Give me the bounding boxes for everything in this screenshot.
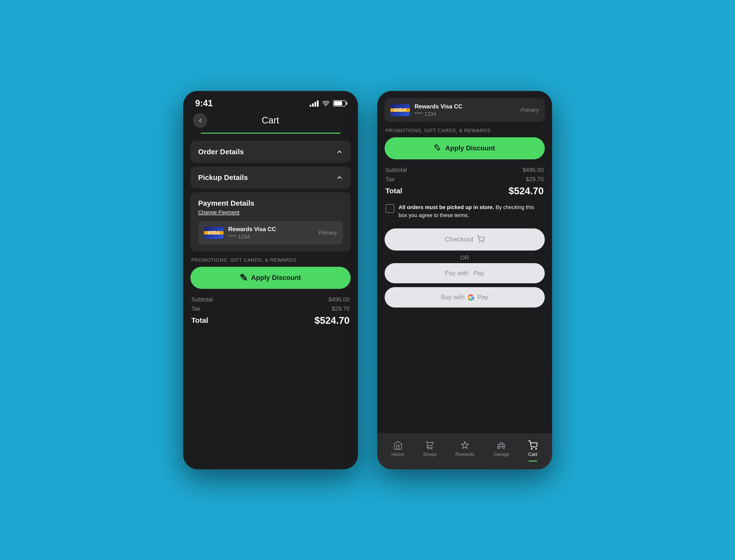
checkout-button[interactable]: Checkout xyxy=(385,228,545,251)
payment-section: Payment Details Change Payment VISA Rewa… xyxy=(190,192,350,252)
right-visa-logo: VISA xyxy=(391,104,410,116)
apply-discount-text-left: Apply Discount xyxy=(251,274,301,282)
nav-item-cart[interactable]: Cart xyxy=(523,438,543,460)
google-pay-prefix: Buy with xyxy=(441,293,465,301)
shops-icon xyxy=(425,440,435,450)
totals-section-right: Subtotal $495.00 Tax $29.70 Total $524.7… xyxy=(385,167,545,196)
home-icon xyxy=(393,440,403,450)
nav-shops-label: Shops xyxy=(423,452,437,457)
right-card-primary: Primary xyxy=(521,107,539,113)
nav-rewards-label: Rewards xyxy=(456,452,475,457)
nav-item-shops[interactable]: Shops xyxy=(418,438,442,460)
google-pay-suffix: Pay xyxy=(477,293,488,301)
change-payment-link[interactable]: Change Payment xyxy=(198,209,239,216)
svg-point-3 xyxy=(479,242,480,242)
battery-icon-left xyxy=(333,100,346,106)
apple-pay-button[interactable]: Pay with Pay xyxy=(385,263,545,283)
card-item: VISA Rewards Visa CC **** 1234 Primary xyxy=(198,221,343,245)
right-top-section: VISA Rewards Visa CC **** 1234 Primary P… xyxy=(377,91,552,308)
google-pay-button[interactable]: Buy with Pay xyxy=(385,287,545,308)
visa-text: VISA xyxy=(207,230,220,236)
svg-point-0 xyxy=(325,105,326,106)
visa-logo: VISA xyxy=(204,227,223,239)
order-details-chevron xyxy=(336,148,343,155)
status-bar-left: 9:41 xyxy=(183,91,358,111)
nav-garage-label: Garage xyxy=(493,452,509,457)
svg-point-4 xyxy=(483,242,484,242)
card-name: Rewards Visa CC xyxy=(228,226,314,233)
order-details-title: Order Details xyxy=(198,148,244,156)
pickup-details-title: Pickup Details xyxy=(198,173,248,182)
apple-pay-suffix: Pay xyxy=(474,269,484,277)
page-title-left: Cart xyxy=(207,115,333,126)
terms-text: All orders must be picked up in store. B… xyxy=(399,203,544,219)
google-g-icon xyxy=(467,293,475,301)
nav-item-home[interactable]: Home xyxy=(387,438,409,460)
apply-discount-button-right[interactable]: Apply Discount xyxy=(385,137,545,159)
svg-point-8 xyxy=(536,448,537,449)
subtotal-value-right: $495.00 xyxy=(523,167,544,173)
discount-icon-right xyxy=(434,144,442,153)
checkout-cart-icon xyxy=(477,235,485,244)
tax-value-left: $29.70 xyxy=(332,305,349,312)
grand-total-row-right: Total $524.70 xyxy=(386,186,544,196)
discount-icon-left xyxy=(240,274,248,282)
tax-value-right: $29.70 xyxy=(526,176,544,183)
status-icons-left xyxy=(309,100,346,107)
or-divider: OR xyxy=(385,254,545,261)
right-card-info: Rewards Visa CC **** 1234 xyxy=(415,103,516,117)
nav-cart-label: Cart xyxy=(528,452,538,457)
pickup-details-chevron xyxy=(336,174,343,181)
pickup-details-header[interactable]: Pickup Details xyxy=(190,167,350,188)
terms-checkbox[interactable] xyxy=(386,204,394,213)
card-info: Rewards Visa CC **** 1234 xyxy=(228,226,314,240)
phone-left: 9:41 Cart xyxy=(183,91,358,469)
promotions-label-left: PROMOTIONS, GIFT CARDS, & REWARDS xyxy=(190,257,350,263)
header-underline-left xyxy=(201,133,340,134)
wifi-icon-left xyxy=(322,100,330,106)
bottom-nav: Home Shops Rewards xyxy=(377,433,552,469)
subtotal-row-right: Subtotal $495.00 xyxy=(386,167,544,173)
grand-total-value-right: $524.70 xyxy=(509,186,544,196)
nav-item-garage[interactable]: Garage xyxy=(488,438,514,460)
nav-cart-active-indicator xyxy=(529,461,537,462)
subtotal-row-left: Subtotal $495.00 xyxy=(191,296,350,303)
order-details-header[interactable]: Order Details xyxy=(190,141,350,163)
garage-icon xyxy=(497,440,506,450)
tax-row-left: Tax $29.70 xyxy=(191,305,350,312)
checkout-btn-text: Checkout xyxy=(445,235,473,243)
grand-total-label-right: Total xyxy=(386,187,402,195)
terms-line1: All orders must be picked up in store. xyxy=(399,204,494,210)
card-primary-badge: Primary xyxy=(318,230,337,236)
grand-total-value-left: $524.70 xyxy=(314,315,350,326)
apple-pay-prefix: Pay with xyxy=(445,269,469,277)
order-details-card[interactable]: Order Details xyxy=(190,141,350,163)
payment-title: Payment Details xyxy=(198,199,343,207)
header-left: Cart xyxy=(183,111,358,133)
tax-label-left: Tax xyxy=(191,305,200,312)
subtotal-label-right: Subtotal xyxy=(386,167,407,173)
cart-icon xyxy=(528,440,538,450)
pickup-details-card[interactable]: Pickup Details xyxy=(190,167,350,188)
subtotal-label-left: Subtotal xyxy=(191,296,213,303)
tax-label-right: Tax xyxy=(386,176,395,183)
signal-bars-left xyxy=(309,100,318,107)
rewards-icon xyxy=(460,440,470,450)
totals-section-left: Subtotal $495.00 Tax $29.70 Total $524.7… xyxy=(190,296,350,326)
grand-total-row-left: Total $524.70 xyxy=(191,315,350,326)
card-number: **** 1234 xyxy=(228,234,250,240)
terms-row: All orders must be picked up in store. B… xyxy=(385,199,545,224)
subtotal-value-left: $495.00 xyxy=(328,296,350,303)
apply-discount-text-right: Apply Discount xyxy=(445,144,495,152)
right-card-name: Rewards Visa CC xyxy=(415,103,516,110)
svg-point-7 xyxy=(531,448,532,449)
nav-item-rewards[interactable]: Rewards xyxy=(451,438,480,460)
right-card-number: **** 1234 xyxy=(415,111,436,117)
phone-right: VISA Rewards Visa CC **** 1234 Primary P… xyxy=(377,91,552,469)
right-card-section: VISA Rewards Visa CC **** 1234 Primary xyxy=(385,98,545,122)
apply-discount-button-left[interactable]: Apply Discount xyxy=(190,267,350,289)
nav-home-label: Home xyxy=(392,452,404,457)
status-time-left: 9:41 xyxy=(195,98,213,108)
scroll-content-left: Order Details Pickup Details Payment Det… xyxy=(183,141,358,328)
back-button[interactable] xyxy=(193,113,207,128)
